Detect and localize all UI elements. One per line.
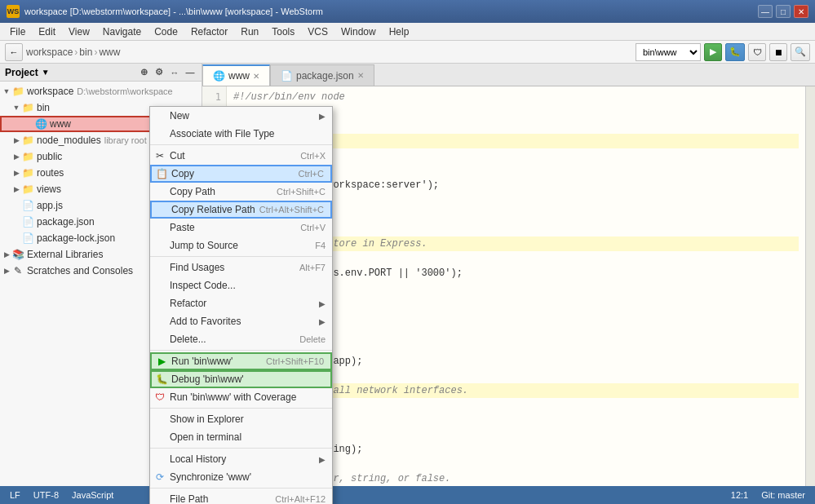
tree-item-workspace[interactable]: ▼ 📁 workspace D:\webstorm\workspace <box>0 83 202 99</box>
ctx-addtofav[interactable]: Add to Favorites ▶ <box>150 312 332 330</box>
menu-help[interactable]: Help <box>383 23 416 40</box>
tree-label-appjs: app.js <box>37 200 63 211</box>
ctx-sep1 <box>150 144 332 145</box>
sidebar-title: Project <box>5 67 38 78</box>
ctx-sep3 <box>150 350 332 351</box>
ctx-findusages[interactable]: Find Usages Alt+F7 <box>150 259 332 276</box>
ctx-copypath[interactable]: Copy Path Ctrl+Shift+C <box>150 183 332 201</box>
ctx-synchronize[interactable]: ⟳ Synchronize 'www' <box>150 468 332 486</box>
tab-www[interactable]: 🌐 www ✕ <box>202 64 270 86</box>
sidebar-settings-icon[interactable]: ⚙ <box>153 66 166 79</box>
node-modules-folder-icon: 📁 <box>21 134 34 147</box>
ctx-run[interactable]: ▶ Run 'bin\www' Ctrl+Shift+F10 <box>150 352 332 370</box>
window-title: workspace [D:\webstorm\workspace] - ...\… <box>24 7 323 16</box>
menu-view[interactable]: View <box>62 23 96 40</box>
ctx-associate[interactable]: Associate with File Type <box>150 125 332 143</box>
ctx-refactor-arrow: ▶ <box>319 299 326 308</box>
ctx-findusages-label: Find Usages <box>170 262 224 273</box>
ctx-addtofav-label: Add to Favorites <box>170 316 241 327</box>
ctx-refactor[interactable]: Refactor ▶ <box>150 294 332 312</box>
status-lf[interactable]: LF <box>7 490 24 500</box>
menu-edit[interactable]: Edit <box>32 23 62 40</box>
tab-www-close[interactable]: ✕ <box>253 72 259 81</box>
ctx-filepath-shortcut: Ctrl+Alt+F12 <box>275 494 326 504</box>
tree-arrow-bin: ▼ <box>11 104 21 112</box>
ctx-cut[interactable]: ✂ Cut Ctrl+X <box>150 147 332 165</box>
ctx-copy-label: Copy <box>171 168 194 179</box>
maximize-button[interactable]: □ <box>776 5 791 18</box>
debug-button[interactable]: 🐛 <box>725 43 745 61</box>
tree-secondary-workspace: D:\webstorm\workspace <box>77 86 172 96</box>
ctx-inspectcode-label: Inspect Code... <box>170 280 236 291</box>
ctx-showinexplorer[interactable]: Show in Explorer <box>150 410 332 428</box>
ctx-openinterminal-label: Open in terminal <box>170 431 241 443</box>
stop-button[interactable]: ⏹ <box>769 43 787 61</box>
ctx-run-shortcut: Ctrl+Shift+F10 <box>266 356 324 366</box>
scroll-strip <box>805 86 815 486</box>
search-button[interactable]: 🔍 <box>791 43 810 61</box>
tab-packagejson-close[interactable]: ✕ <box>357 71 364 80</box>
ctx-associate-label: Associate with File Type <box>170 128 275 139</box>
ctx-copyrelpath-shortcut: Ctrl+Alt+Shift+C <box>259 205 324 214</box>
breadcrumb-workspace[interactable]: workspace <box>26 46 73 58</box>
menu-refactor[interactable]: Refactor <box>184 23 234 40</box>
menu-navigate[interactable]: Navigate <box>96 23 148 40</box>
tree-arrow-views: ▶ <box>11 185 21 193</box>
ctx-synchronize-label: Synchronize 'www' <box>170 471 251 483</box>
ctx-copy[interactable]: 📋 Copy Ctrl+C <box>150 165 332 183</box>
breadcrumb-www[interactable]: www <box>99 46 120 58</box>
ctx-debug[interactable]: 🐛 Debug 'bin\www' <box>150 370 332 388</box>
ctx-openinterminal[interactable]: Open in terminal <box>150 428 332 446</box>
menu-run[interactable]: Run <box>234 23 265 40</box>
status-filetype[interactable]: JavaScript <box>69 490 117 500</box>
ctx-filepath[interactable]: File Path Ctrl+Alt+F12 <box>150 490 332 504</box>
toolbar: ← workspace › bin › www bin\www ▶ 🐛 🛡 ⏹ … <box>0 41 815 64</box>
window-controls: — □ ✕ <box>758 5 808 18</box>
tree-label-bin: bin <box>37 102 50 113</box>
sidebar-layout-icon[interactable]: ↔ <box>168 66 181 79</box>
dropdown-icon[interactable]: ▼ <box>42 68 50 77</box>
run-button[interactable]: ▶ <box>704 43 722 61</box>
close-button[interactable]: ✕ <box>794 5 808 18</box>
minimize-button[interactable]: — <box>758 5 773 18</box>
debug-icon: 🐛 <box>155 373 168 386</box>
ctx-inspectcode[interactable]: Inspect Code... <box>150 276 332 294</box>
menu-code[interactable]: Code <box>148 23 184 40</box>
ctx-new[interactable]: New ▶ <box>150 107 332 125</box>
tree-label-routes: routes <box>37 167 64 179</box>
breadcrumb-bin[interactable]: bin <box>79 46 92 58</box>
sidebar-header-icons: ⊕ ⚙ ↔ — <box>137 66 197 79</box>
ctx-paste[interactable]: Paste Ctrl+V <box>150 219 332 237</box>
menu-file[interactable]: File <box>3 23 32 40</box>
tab-packagejson[interactable]: 📄 package.json ✕ <box>270 64 374 86</box>
run-with-coverage-button[interactable]: 🛡 <box>748 43 766 61</box>
ctx-copyrelpath[interactable]: Copy Relative Path Ctrl+Alt+Shift+C <box>150 201 332 219</box>
menu-tools[interactable]: Tools <box>265 23 301 40</box>
cut-icon: ✂ <box>153 149 166 162</box>
menu-vcs[interactable]: VCS <box>301 23 334 40</box>
ctx-filepath-label: File Path <box>170 493 208 504</box>
run-config-select[interactable]: bin\www <box>636 43 701 61</box>
ctx-runwithcoverage[interactable]: 🛡 Run 'bin\www' with Coverage <box>150 388 332 406</box>
ctx-new-arrow: ▶ <box>319 112 326 121</box>
ctx-delete[interactable]: Delete... Delete <box>150 330 332 348</box>
ctx-jumptosource[interactable]: Jump to Source F4 <box>150 237 332 254</box>
ctx-copypath-label: Copy Path <box>170 186 215 197</box>
toolbar-back[interactable]: ← <box>5 43 23 61</box>
ctx-delete-label: Delete... <box>170 334 206 345</box>
ctx-findusages-shortcut: Alt+F7 <box>299 263 326 272</box>
ctx-showinexplorer-label: Show in Explorer <box>170 413 244 425</box>
ctx-sep6 <box>150 488 332 489</box>
status-git: Git: master <box>758 490 808 500</box>
ctx-copypath-shortcut: Ctrl+Shift+C <box>277 187 326 197</box>
sidebar-collapse-icon[interactable]: — <box>184 66 197 79</box>
sidebar-header: Project ▼ ⊕ ⚙ ↔ — <box>0 64 202 82</box>
status-encoding[interactable]: UTF-8 <box>30 490 62 500</box>
ctx-sep5 <box>150 448 332 449</box>
tree-label-packagejson: package.json <box>37 216 95 228</box>
menu-window[interactable]: Window <box>334 23 383 40</box>
ctx-jumptosource-label: Jump to Source <box>170 240 238 251</box>
ctx-localhistory[interactable]: Local History ▶ <box>150 450 332 468</box>
sidebar-add-icon[interactable]: ⊕ <box>137 66 150 79</box>
sync-icon: ⟳ <box>153 471 166 484</box>
